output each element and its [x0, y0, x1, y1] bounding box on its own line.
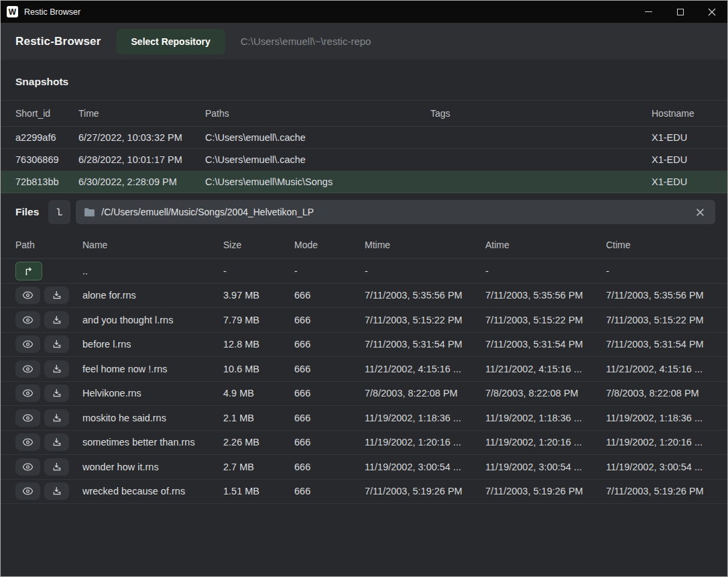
close-icon [708, 8, 716, 16]
file-name: and you thought l.rns [82, 315, 223, 325]
file-mtime: 7/11/2003, 5:31:54 PM [365, 339, 485, 350]
file-size: 4.9 MB [223, 388, 294, 399]
snapshot-time: 6/30/2022, 2:28:09 PM [78, 176, 205, 187]
file-mtime: 11/21/2002, 4:15:16 ... [365, 364, 485, 374]
column-short-id: Short_id [15, 108, 78, 119]
preview-file-button[interactable] [15, 311, 40, 329]
maximize-button[interactable] [664, 1, 696, 23]
file-name: alone for.rns [82, 290, 223, 301]
clear-path-icon [696, 208, 705, 217]
file-size: 7.79 MB [223, 315, 294, 325]
eye-icon [22, 364, 34, 374]
download-file-button[interactable] [44, 335, 69, 353]
file-atime: 11/19/2002, 1:18:36 ... [485, 413, 606, 423]
preview-file-button[interactable] [15, 482, 40, 500]
parent-mode: - [294, 266, 365, 276]
current-path-bar[interactable]: /C/Users/emuell/Music/Songs/2004_Helveti… [76, 200, 715, 224]
snapshot-time: 6/28/2022, 10:01:17 PM [78, 154, 205, 165]
download-icon [52, 413, 62, 423]
eye-icon [22, 462, 34, 472]
files-table-body: alone for.rns 3.97 MB 666 7/11/2003, 5:3… [1, 284, 727, 505]
download-file-button[interactable] [44, 311, 69, 329]
preview-file-button[interactable] [15, 360, 40, 378]
repository-path: C:\Users\emuell\~\restic-repo [241, 36, 371, 47]
file-size: 2.26 MB [223, 437, 294, 448]
snapshot-short-id: 72b813bb [15, 176, 78, 187]
file-row: and you thought l.rns 7.79 MB 666 7/11/2… [1, 308, 727, 333]
file-mode: 666 [294, 437, 365, 448]
file-name: feel home now !.rns [82, 364, 223, 374]
eye-icon [22, 291, 34, 300]
file-atime: 7/11/2003, 5:31:54 PM [485, 339, 606, 350]
preview-file-button[interactable] [15, 286, 40, 304]
file-row: alone for.rns 3.97 MB 666 7/11/2003, 5:3… [1, 284, 727, 309]
file-ctime: 7/11/2003, 5:31:54 PM [606, 339, 713, 350]
column-paths: Paths [205, 108, 430, 119]
select-repository-button[interactable]: Select Repository [117, 29, 225, 54]
file-row: before l.rns 12.8 MB 666 7/11/2003, 5:31… [1, 333, 727, 358]
preview-file-button[interactable] [15, 335, 40, 353]
maximize-icon [677, 9, 684, 15]
app-title: Restic-Browser [15, 35, 101, 48]
file-atime: 7/11/2003, 5:15:22 PM [485, 315, 606, 325]
file-mode: 666 [294, 388, 365, 399]
file-ctime: 11/19/2002, 1:18:36 ... [606, 413, 713, 423]
file-name: Helvikone.rns [82, 388, 223, 399]
snapshot-row[interactable]: a2299af6 6/27/2022, 10:03:32 PM C:\Users… [1, 127, 727, 149]
column-mtime: Mtime [365, 240, 485, 250]
column-time: Time [78, 108, 205, 119]
clear-path-button[interactable] [693, 205, 707, 219]
file-row: moskito he said.rns 2.1 MB 666 11/19/200… [1, 406, 727, 431]
preview-file-button[interactable] [15, 458, 40, 476]
preview-file-button[interactable] [15, 409, 40, 427]
eye-icon [22, 437, 34, 447]
preview-file-button[interactable] [15, 384, 40, 402]
file-ctime: 7/11/2003, 5:35:56 PM [606, 290, 713, 301]
download-icon [52, 486, 62, 496]
file-size: 10.6 MB [223, 364, 294, 374]
download-file-button[interactable] [44, 384, 69, 402]
download-icon [52, 388, 62, 399]
app-window: W Restic Browser Restic-Browser Select R… [0, 0, 728, 577]
download-icon [52, 364, 62, 374]
file-mode: 666 [294, 413, 365, 423]
file-atime: 11/21/2002, 4:15:16 ... [485, 364, 606, 374]
file-name: sometimes better than.rns [82, 437, 223, 448]
snapshot-hostname: X1-EDU [652, 154, 713, 165]
download-icon [52, 315, 62, 325]
preview-file-button[interactable] [15, 433, 40, 451]
snapshot-short-id: a2299af6 [15, 132, 78, 143]
download-file-button[interactable] [44, 360, 69, 378]
close-button[interactable] [696, 1, 727, 23]
titlebar-app-identity: W Restic Browser [1, 6, 80, 17]
file-mode: 666 [294, 486, 365, 496]
download-file-button[interactable] [44, 458, 69, 476]
download-file-button[interactable] [44, 409, 69, 427]
file-ctime: 11/19/2002, 1:20:16 ... [606, 437, 713, 448]
file-mode: 666 [294, 462, 365, 472]
snapshot-hostname: X1-EDU [652, 176, 713, 187]
file-mtime: 7/8/2003, 8:22:08 PM [365, 388, 485, 399]
download-file-button[interactable] [44, 286, 69, 304]
parent-name: .. [82, 266, 223, 276]
parent-atime: - [485, 266, 606, 276]
download-file-button[interactable] [44, 433, 69, 451]
eye-icon [22, 388, 34, 398]
snapshot-row[interactable]: 76306869 6/28/2022, 10:01:17 PM C:\Users… [1, 149, 727, 171]
snapshot-row[interactable]: 72b813bb 6/30/2022, 2:28:09 PM C:\Users\… [1, 171, 727, 193]
eye-icon [22, 486, 34, 496]
files-table-header: Path Name Size Mode Mtime Atime Ctime [1, 231, 727, 259]
file-mtime: 11/19/2002, 1:20:16 ... [365, 437, 485, 448]
up-directory-button[interactable] [15, 262, 42, 280]
file-row: Helvikone.rns 4.9 MB 666 7/8/2003, 8:22:… [1, 382, 727, 407]
snapshot-paths: C:\Users\emuell\.cache [205, 154, 430, 165]
file-row: wonder how it.rns 2.7 MB 666 11/19/2002,… [1, 455, 727, 480]
eye-icon [22, 315, 34, 325]
tree-toggle-button[interactable] [48, 200, 70, 224]
column-tags: Tags [430, 108, 652, 119]
snapshot-paths: C:\Users\emuell\.cache [205, 132, 430, 143]
minimize-button[interactable] [633, 1, 664, 23]
download-file-button[interactable] [44, 482, 69, 500]
file-mtime: 7/11/2003, 5:19:26 PM [365, 486, 485, 496]
window-controls [633, 1, 727, 23]
